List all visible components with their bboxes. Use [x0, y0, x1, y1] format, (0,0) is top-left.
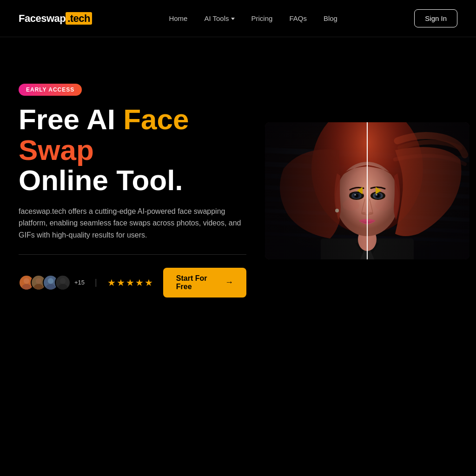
svg-point-4 [48, 278, 53, 284]
svg-point-5 [46, 284, 55, 290]
navbar: Faceswap.tech Home AI Tools Pricing FAQs… [0, 0, 476, 37]
svg-point-6 [60, 278, 66, 284]
cta-row: +15 | ★ ★ ★ ★ ★ Start For Free → [19, 268, 246, 298]
svg-rect-39 [265, 122, 367, 259]
hero-description: faceswap.tech offers a cutting-edge AI-p… [19, 205, 242, 241]
chevron-down-icon [231, 18, 235, 20]
nav-links: Home AI Tools Pricing FAQs Blog [169, 14, 337, 23]
user-avatars: +15 [19, 275, 85, 291]
hero-title-orange: Face [123, 103, 189, 135]
logo-highlight: .tech [66, 12, 92, 25]
hero-left: EARLY ACCESS Free AI Face Swap Online To… [19, 84, 246, 297]
hero-title-white: Free AI [19, 103, 123, 135]
user-count: +15 [74, 279, 85, 286]
nav-ai-tools[interactable]: AI Tools [204, 14, 234, 22]
hero-title: Free AI Face Swap Online Tool. [19, 104, 246, 195]
star-4: ★ [135, 277, 144, 288]
hero-section: EARLY ACCESS Free AI Face Swap Online To… [0, 37, 476, 316]
cta-label: Start For Free [176, 274, 220, 291]
early-access-badge: EARLY ACCESS [19, 84, 82, 96]
start-for-free-button[interactable]: Start For Free → [163, 268, 246, 298]
hero-title-online: Online Tool. [19, 164, 183, 196]
face-swap-preview [265, 122, 469, 259]
svg-rect-40 [367, 122, 469, 259]
sign-in-button[interactable]: Sign In [414, 9, 457, 27]
logo-text-before: Faceswap [19, 13, 66, 24]
star-2: ★ [117, 277, 125, 288]
svg-point-3 [34, 284, 43, 290]
avatar-4 [55, 275, 71, 291]
star-5: ★ [145, 277, 153, 288]
svg-point-2 [36, 278, 41, 284]
hero-right [265, 122, 469, 259]
star-3: ★ [126, 277, 134, 288]
svg-point-1 [22, 284, 31, 290]
nav-faqs[interactable]: FAQs [289, 14, 307, 22]
arrow-right-icon[interactable] [376, 187, 381, 194]
arrow-left-icon[interactable] [357, 187, 363, 194]
nav-home[interactable]: Home [169, 14, 187, 22]
nav-blog[interactable]: Blog [324, 14, 337, 22]
arrow-right-icon: → [225, 278, 233, 287]
divider [19, 254, 246, 255]
star-rating: ★ ★ ★ ★ ★ [107, 277, 153, 288]
split-handle[interactable] [357, 187, 381, 194]
nav-pricing[interactable]: Pricing [251, 14, 273, 22]
svg-point-7 [58, 284, 67, 290]
star-1: ★ [107, 277, 116, 288]
logo[interactable]: Faceswap.tech [19, 13, 92, 25]
separator: | [95, 278, 97, 287]
hero-title-swap: Swap [19, 134, 94, 166]
svg-point-0 [24, 278, 29, 284]
